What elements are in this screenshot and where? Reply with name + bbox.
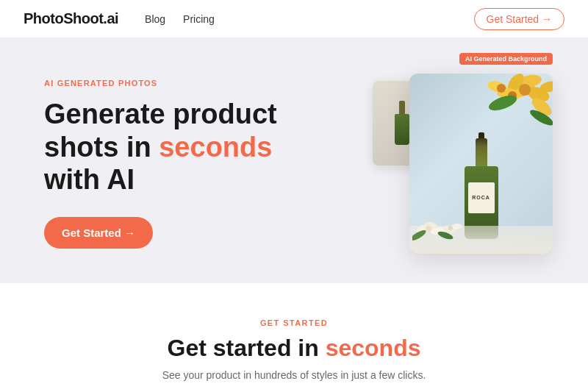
- small-flowers-svg: [412, 215, 464, 240]
- svg-point-16: [426, 226, 431, 232]
- hero-title: Generate product shots in seconds with A…: [44, 98, 323, 196]
- logo-suffix: ai: [107, 10, 118, 26]
- bottle-cap: [478, 132, 484, 138]
- hero-section: AI GENERATED PHOTOS Generate product sho…: [0, 38, 588, 283]
- ai-generated-card: ROCA: [409, 74, 553, 254]
- bottle-label: ROCA: [468, 182, 495, 213]
- nav-cta-button[interactable]: Get Started →: [474, 8, 564, 30]
- section2-tag: GET STARTED: [15, 318, 573, 327]
- nav-blog[interactable]: Blog: [145, 13, 165, 25]
- nav-pricing[interactable]: Pricing: [183, 13, 215, 25]
- bottle-scene: ROCA: [409, 74, 553, 254]
- svg-point-6: [519, 84, 531, 96]
- hero-title-part2: with AI: [44, 164, 135, 195]
- svg-point-19: [448, 226, 453, 230]
- section2-title: Get started in seconds: [15, 335, 573, 362]
- hero-title-highlight: seconds: [159, 132, 272, 163]
- logo-text: PhotoShoot: [24, 10, 103, 26]
- nav-links: Blog Pricing: [145, 13, 473, 25]
- logo[interactable]: PhotoShoot.ai: [24, 10, 118, 27]
- hero-text-block: AI GENERATED PHOTOS Generate product sho…: [44, 79, 323, 249]
- bottle-neck: [476, 138, 487, 166]
- get-started-section: GET STARTED Get started in seconds See y…: [0, 283, 588, 392]
- section2-subtitle: See your product in hundreds of styles i…: [15, 369, 573, 381]
- hero-tag: AI GENERATED PHOTOS: [44, 79, 323, 88]
- hero-image-area: Your Product AI Generated Background: [384, 74, 553, 254]
- section2-title-highlight: seconds: [326, 335, 421, 361]
- bottle: ROCA: [462, 132, 501, 239]
- section2-title-part1: Get started in: [168, 335, 326, 361]
- ai-bg-label: AI Generated Background: [459, 53, 553, 65]
- hero-cta-button[interactable]: Get Started →: [44, 217, 153, 249]
- svg-point-12: [497, 84, 506, 93]
- navbar: PhotoShoot.ai Blog Pricing Get Started →: [0, 0, 588, 38]
